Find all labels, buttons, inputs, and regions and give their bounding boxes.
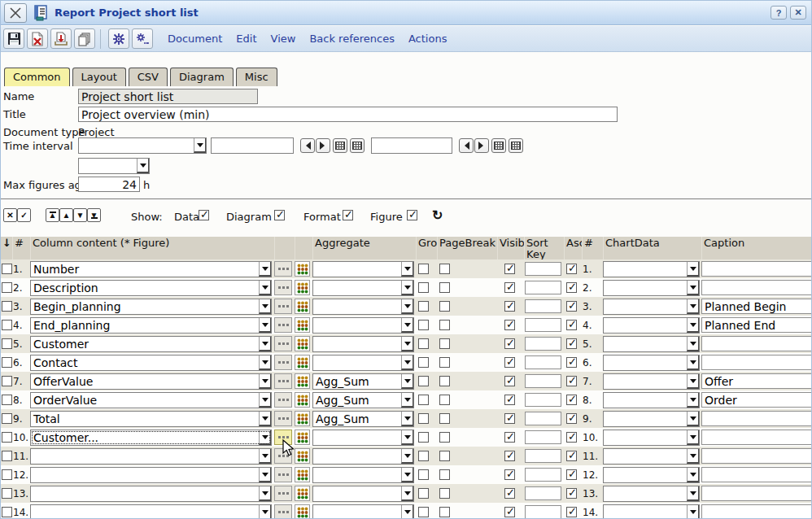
caption-field[interactable] xyxy=(701,448,812,464)
time-interval-select[interactable] xyxy=(78,137,207,154)
window-close-gadget[interactable] xyxy=(4,3,27,23)
pagebreak-checkbox[interactable] xyxy=(439,451,450,461)
chartdata-select[interactable] xyxy=(603,392,700,408)
tab-diagram[interactable]: Diagram xyxy=(170,68,234,86)
caption-field[interactable]: Order xyxy=(701,392,812,408)
pagebreak-checkbox[interactable] xyxy=(439,376,450,386)
column-content-select[interactable]: OrderValue xyxy=(30,392,272,408)
time-from-field[interactable] xyxy=(211,137,294,154)
tab-layout[interactable]: Layout xyxy=(72,68,126,86)
name-field[interactable]: Project short list xyxy=(78,89,258,104)
calendar-button-4[interactable] xyxy=(509,138,523,153)
pagebreak-checkbox[interactable] xyxy=(439,432,450,443)
sort-key-field[interactable] xyxy=(525,468,561,482)
tab-misc[interactable]: Misc xyxy=(236,68,277,86)
aggregate-select[interactable] xyxy=(312,467,414,483)
pagebreak-checkbox[interactable] xyxy=(439,357,450,368)
row-select-checkbox[interactable] xyxy=(2,357,12,368)
max-figures-age-field[interactable]: 24 xyxy=(78,177,140,192)
column-content-select[interactable] xyxy=(30,504,272,519)
sort-key-field[interactable] xyxy=(525,412,561,425)
row-select-checkbox[interactable] xyxy=(2,413,12,424)
group-checkbox[interactable] xyxy=(418,395,429,405)
group-checkbox[interactable] xyxy=(418,413,429,424)
group-checkbox[interactable] xyxy=(418,282,429,293)
asc-checkbox[interactable] xyxy=(566,413,577,424)
pagebreak-checkbox[interactable] xyxy=(439,395,450,405)
sort-key-field[interactable] xyxy=(525,299,561,313)
caption-field[interactable] xyxy=(701,430,812,445)
visible-checkbox[interactable] xyxy=(504,395,515,405)
group-checkbox[interactable] xyxy=(418,301,429,312)
aggregate-select[interactable]: Agg_Sum xyxy=(312,411,414,427)
toggle-diagram-checkbox[interactable] xyxy=(274,210,285,220)
menu-item-document[interactable]: Document xyxy=(168,33,222,45)
menu-item-actions[interactable]: Actions xyxy=(408,33,447,45)
pagebreak-checkbox[interactable] xyxy=(439,282,450,293)
chartdata-select[interactable] xyxy=(603,411,700,427)
asc-checkbox[interactable] xyxy=(566,451,577,461)
ellipsis-button[interactable] xyxy=(274,336,292,351)
pagebreak-checkbox[interactable] xyxy=(439,507,450,517)
asc-checkbox[interactable] xyxy=(566,432,577,443)
sort-direction-icon[interactable]: ↓ xyxy=(2,237,11,249)
column-content-select[interactable]: Number xyxy=(30,261,272,277)
sort-key-field[interactable] xyxy=(525,449,561,463)
column-content-select[interactable] xyxy=(30,486,272,502)
color-format-button[interactable] xyxy=(295,261,310,277)
group-checkbox[interactable] xyxy=(418,469,429,480)
visible-checkbox[interactable] xyxy=(504,264,515,274)
ellipsis-button[interactable] xyxy=(274,411,292,426)
visible-checkbox[interactable] xyxy=(504,301,515,312)
calendar-button-1[interactable] xyxy=(333,138,347,153)
asc-checkbox[interactable] xyxy=(566,320,577,330)
color-format-button[interactable] xyxy=(295,373,310,389)
asc-checkbox[interactable] xyxy=(566,301,577,312)
title-field[interactable]: Project overview (min) xyxy=(78,107,618,122)
save-button[interactable] xyxy=(3,28,24,49)
forward-references-button[interactable] xyxy=(132,28,153,49)
date-prev-button-1[interactable] xyxy=(300,138,315,153)
visible-checkbox[interactable] xyxy=(504,320,515,330)
chartdata-select[interactable] xyxy=(603,355,700,371)
tab-csv[interactable]: CSV xyxy=(129,68,168,86)
column-content-select[interactable]: Customer xyxy=(30,336,272,352)
color-format-button[interactable] xyxy=(295,411,310,426)
chartdata-select[interactable] xyxy=(603,430,700,446)
menu-item-back-references[interactable]: Back references xyxy=(309,33,395,45)
row-select-checkbox[interactable] xyxy=(2,507,12,517)
asc-checkbox[interactable] xyxy=(566,488,577,499)
aggregate-select[interactable] xyxy=(312,448,414,464)
color-format-button[interactable] xyxy=(295,280,310,295)
pagebreak-checkbox[interactable] xyxy=(439,264,450,274)
group-checkbox[interactable] xyxy=(418,357,429,368)
chartdata-select[interactable] xyxy=(603,299,700,315)
column-content-select[interactable]: Begin_planning xyxy=(30,299,272,315)
pagebreak-checkbox[interactable] xyxy=(439,320,450,330)
visible-checkbox[interactable] xyxy=(504,488,515,499)
date-next-button-1[interactable] xyxy=(316,138,330,153)
color-format-button[interactable] xyxy=(295,392,310,408)
aggregate-select[interactable]: Agg_Sum xyxy=(312,373,414,390)
menu-item-view[interactable]: View xyxy=(271,33,296,45)
row-select-checkbox[interactable] xyxy=(2,469,12,480)
chartdata-select[interactable] xyxy=(603,373,700,390)
aggregate-select[interactable] xyxy=(312,280,414,296)
asc-checkbox[interactable] xyxy=(566,507,577,517)
caption-field[interactable] xyxy=(701,261,812,277)
copy-button[interactable] xyxy=(74,28,95,49)
caption-field[interactable] xyxy=(701,336,812,351)
chartdata-select[interactable] xyxy=(603,317,700,334)
visible-checkbox[interactable] xyxy=(504,376,515,386)
sort-key-field[interactable] xyxy=(525,374,561,388)
aggregate-select[interactable] xyxy=(312,299,414,315)
asc-checkbox[interactable] xyxy=(566,357,577,368)
color-format-button[interactable] xyxy=(295,355,310,370)
asc-checkbox[interactable] xyxy=(566,376,577,386)
refresh-button[interactable]: ↻ xyxy=(432,207,443,223)
tab-common[interactable]: Common xyxy=(4,68,70,86)
ellipsis-button[interactable] xyxy=(274,317,292,333)
delete-document-button[interactable] xyxy=(27,28,48,49)
column-content-select[interactable]: Customer... xyxy=(30,430,272,446)
move-down-button[interactable]: ▼ xyxy=(73,208,87,222)
